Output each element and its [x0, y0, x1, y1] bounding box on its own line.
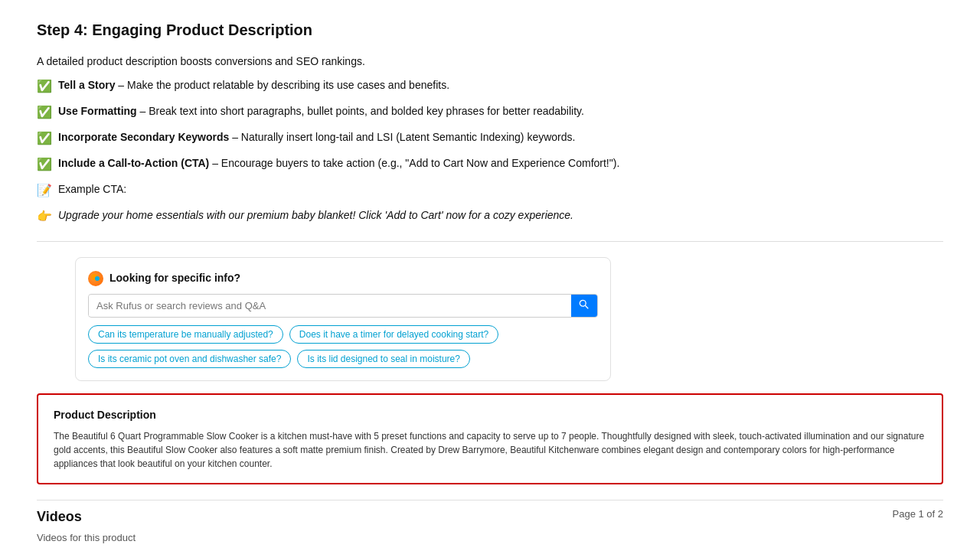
bullet-body-4: – Encourage buyers to take action (e.g.,…	[209, 157, 619, 169]
videos-page-info: Page 1 of 2	[893, 507, 944, 522]
bullet-label-3: Incorporate Secondary Keywords	[58, 131, 229, 143]
videos-left: Videos Videos for this product	[37, 507, 136, 546]
chip-2[interactable]: Does it have a timer for delayed cooking…	[289, 325, 498, 344]
example-cta-line: 📝 Example CTA:	[37, 181, 943, 200]
bullet-item-formatting: ✅ Use Formatting – Break text into short…	[37, 103, 943, 122]
product-description-box: Product Description The Beautiful 6 Quar…	[37, 393, 943, 484]
bullet-text-3: Incorporate Secondary Keywords – Natural…	[58, 129, 575, 145]
product-description-label: Product Description	[54, 407, 926, 423]
rufus-header: Looking for specific info?	[88, 270, 598, 286]
intro-text: A detailed product description boosts co…	[37, 54, 943, 70]
search-button[interactable]	[571, 295, 597, 317]
chip-1[interactable]: Can its temperature be manually adjusted…	[88, 325, 283, 344]
divider	[37, 241, 943, 242]
bullet-text-1: Tell a Story – Make the product relatabl…	[58, 77, 449, 93]
videos-section: Videos Videos for this product Page 1 of…	[37, 500, 943, 546]
bullet-label-2: Use Formatting	[58, 105, 137, 117]
example-cta-label: Example CTA:	[58, 181, 126, 197]
cta-italic-line: 👉 Upgrade your home essentials with our …	[37, 207, 943, 226]
svg-point-1	[95, 276, 100, 281]
chip-4[interactable]: Is its lid designed to seal in moisture?	[297, 350, 469, 368]
svg-line-3	[585, 305, 588, 308]
bullet-item-cta: ✅ Include a Call-to-Action (CTA) – Encou…	[37, 155, 943, 174]
bullet-label-1: Tell a Story	[58, 79, 115, 91]
cta-italic-text: Upgrade your home essentials with our pr…	[58, 207, 573, 223]
rufus-title: Looking for specific info?	[109, 270, 240, 286]
bullet-item-story: ✅ Tell a Story – Make the product relata…	[37, 77, 943, 96]
checkmark-emoji-2: ✅	[37, 103, 52, 122]
suggestion-chips: Can its temperature be manually adjusted…	[88, 325, 598, 368]
checkmark-emoji-1: ✅	[37, 77, 52, 96]
bullet-item-keywords: ✅ Incorporate Secondary Keywords – Natur…	[37, 129, 943, 148]
step-heading: Step 4: Engaging Product Description	[37, 18, 943, 41]
bullet-label-4: Include a Call-to-Action (CTA)	[58, 157, 209, 169]
bullet-text-4: Include a Call-to-Action (CTA) – Encoura…	[58, 155, 619, 171]
checkmark-emoji-4: ✅	[37, 155, 52, 174]
search-bar[interactable]	[88, 294, 598, 318]
videos-title: Videos	[37, 507, 136, 527]
rufus-icon	[88, 271, 103, 286]
pencil-emoji: 📝	[37, 181, 52, 200]
bullet-body-1: – Make the product relatable by describi…	[115, 79, 449, 91]
product-description-text: The Beautiful 6 Quart Programmable Slow …	[54, 429, 926, 471]
checkmark-emoji-3: ✅	[37, 129, 52, 148]
pointer-emoji: 👉	[37, 207, 52, 226]
rufus-section: Looking for specific info? Can its tempe…	[75, 257, 611, 381]
search-input[interactable]	[89, 295, 571, 316]
main-page: Step 4: Engaging Product Description A d…	[0, 0, 980, 551]
svg-point-2	[580, 300, 586, 306]
videos-subtitle: Videos for this product	[37, 530, 136, 546]
bullet-body-3: – Naturally insert long-tail and LSI (La…	[229, 131, 575, 143]
bullet-body-2: – Break text into short paragraphs, bull…	[137, 105, 584, 117]
bullet-list: ✅ Tell a Story – Make the product relata…	[37, 77, 943, 174]
bullet-text-2: Use Formatting – Break text into short p…	[58, 103, 584, 119]
chip-3[interactable]: Is its ceramic pot oven and dishwasher s…	[88, 350, 291, 368]
